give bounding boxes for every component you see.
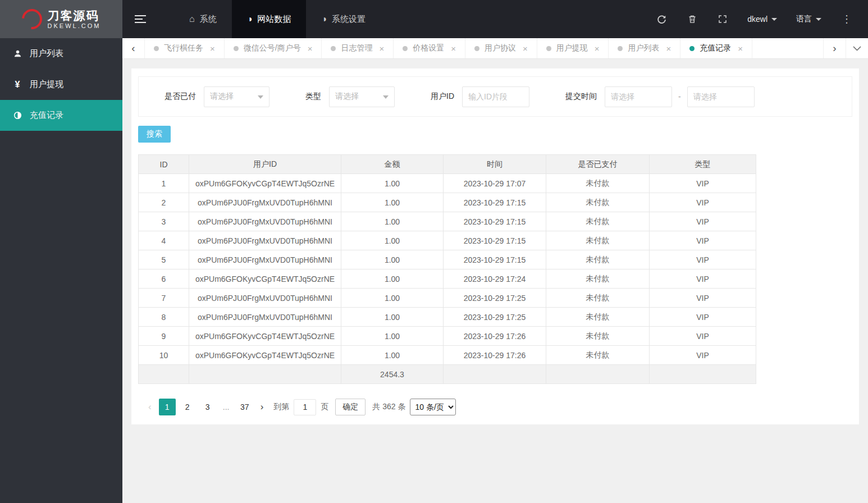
table-cell: 2023-10-29 17:24 <box>444 269 546 289</box>
chevron-down-icon <box>258 95 263 99</box>
language-menu[interactable]: 语言 <box>787 14 831 24</box>
sidebar-item-user-withdraw[interactable]: ¥ 用户提现 <box>0 69 122 100</box>
tab-close-icon[interactable]: × <box>523 44 528 53</box>
table-cell: 2023-10-29 17:15 <box>444 250 546 269</box>
tab-close-icon[interactable]: × <box>595 44 600 53</box>
menu-collapse-icon[interactable] <box>122 0 158 38</box>
tab-label: 用户列表 <box>628 43 659 53</box>
nav-item-site-data[interactable]: ◑ 网站数据 <box>232 0 307 38</box>
pagination-ellipsis: ... <box>220 399 233 415</box>
table-cell: 未付款 <box>546 212 650 231</box>
filter-type-select[interactable]: 请选择 <box>329 86 395 107</box>
tab-close-icon[interactable]: × <box>666 44 671 53</box>
table-cell: 未付款 <box>546 308 650 327</box>
page-button[interactable]: 2 <box>179 399 196 415</box>
tab-3[interactable]: 日志管理× <box>322 38 394 58</box>
home-icon: ⌂ <box>189 15 195 24</box>
tabs-menu-button[interactable] <box>846 38 868 58</box>
data-icon: ◑ <box>247 15 253 24</box>
table-cell: 9 <box>139 327 189 346</box>
table-cell: 未付款 <box>546 269 650 289</box>
page-unit-label: 页 <box>321 402 328 412</box>
logo[interactable]: 刀客源码 DKEWL.COM <box>0 0 122 38</box>
table-row: 6oxPUm6GFOKyvCGpT4EWTJq5OzrNE1.002023-10… <box>139 269 756 289</box>
table-cell: 未付款 <box>546 327 650 346</box>
nav-item-system-settings[interactable]: ◑ 系统设置 <box>306 0 381 38</box>
tabs-scroll-left-button[interactable]: ‹ <box>122 38 145 58</box>
table-cell: 5 <box>139 250 189 269</box>
tab-5[interactable]: 用户协议× <box>465 38 537 58</box>
sidebar-item-recharge-records[interactable]: 充值记录 <box>0 100 122 131</box>
table-cell: 2023-10-29 17:25 <box>444 289 546 308</box>
time-start-input[interactable] <box>605 86 672 107</box>
search-button[interactable]: 搜索 <box>138 126 171 143</box>
confirm-page-button[interactable]: 确定 <box>335 399 366 415</box>
next-page-button[interactable]: › <box>255 401 269 413</box>
table-cell: 1.00 <box>341 308 444 327</box>
settings-icon: ◑ <box>321 15 327 24</box>
table-cell: 2023-10-29 17:15 <box>444 193 546 212</box>
table-cell: VIP <box>650 193 756 212</box>
tab-close-icon[interactable]: × <box>379 44 384 53</box>
tab-1[interactable]: 飞行棋任务× <box>145 38 225 58</box>
tab-4[interactable]: 价格设置× <box>394 38 465 58</box>
tab-label: 飞行棋任务 <box>164 43 203 53</box>
tab-2[interactable]: 微信公号/商户号× <box>225 38 322 58</box>
filter-paid-select[interactable]: 请选择 <box>204 86 269 107</box>
table-cell: 未付款 <box>546 193 650 212</box>
language-label: 语言 <box>796 14 812 24</box>
page-button[interactable]: 3 <box>199 399 216 415</box>
nav-item-system[interactable]: ⌂ 系统 <box>174 0 232 38</box>
tab-close-icon[interactable]: × <box>738 44 743 53</box>
page-button[interactable]: 1 <box>159 399 176 415</box>
table-cell: 1.00 <box>341 269 444 289</box>
table-cell: 1.00 <box>341 327 444 346</box>
table-cell: oxPUm6PJU0FrgMxUVD0TupH6hMNI <box>189 250 341 269</box>
tab-8[interactable]: 充值记录× <box>680 38 752 58</box>
table-row: 7oxPUm6PJU0FrgMxUVD0TupH6hMNI1.002023-10… <box>139 289 756 308</box>
filter-userid-group: 用户ID <box>431 86 529 107</box>
fullscreen-icon[interactable] <box>707 15 738 24</box>
top-nav: ⌂ 系统 ◑ 网站数据 ◑ 系统设置 <box>174 0 381 38</box>
table-cell: 未付款 <box>546 174 650 193</box>
more-icon[interactable]: ⋮ <box>831 13 862 25</box>
goto-page-input[interactable] <box>294 399 316 415</box>
page-button[interactable]: 37 <box>236 399 253 415</box>
col-header-paid: 是否已支付 <box>546 155 650 174</box>
refresh-icon[interactable] <box>646 15 677 24</box>
table-row: 1oxPUm6GFOKyvCGpT4EWTJq5OzrNE1.002023-10… <box>139 174 756 193</box>
user-menu[interactable]: dkewl <box>738 15 787 24</box>
table-cell: 6 <box>139 269 189 289</box>
table-cell: oxPUm6PJU0FrgMxUVD0TupH6hMNI <box>189 308 341 327</box>
tab-7[interactable]: 用户列表× <box>609 38 680 58</box>
trash-icon[interactable] <box>677 15 707 24</box>
table-cell: 1.00 <box>341 289 444 308</box>
table-cell: VIP <box>650 346 756 365</box>
filter-time-label: 提交时间 <box>565 92 597 102</box>
pagination-pages: 123...37 <box>157 399 255 415</box>
table-cell: VIP <box>650 212 756 231</box>
caret-down-icon <box>816 18 821 21</box>
table-cell: 1 <box>139 174 189 193</box>
tabs-scroll-right-button[interactable]: › <box>823 38 846 58</box>
table-cell: 1.00 <box>341 346 444 365</box>
table-cell: 未付款 <box>546 346 650 365</box>
table-cell: 4 <box>139 231 189 250</box>
sidebar-item-user-list[interactable]: 用户列表 <box>0 38 122 69</box>
table-row: 8oxPUm6PJU0FrgMxUVD0TupH6hMNI1.002023-10… <box>139 308 756 327</box>
prev-page-button[interactable]: ‹ <box>143 401 157 413</box>
userid-input[interactable] <box>462 86 529 107</box>
time-end-input[interactable] <box>687 86 755 107</box>
tab-6[interactable]: 用户提现× <box>537 38 609 58</box>
table-cell: oxPUm6GFOKyvCGpT4EWTJq5OzrNE <box>189 327 341 346</box>
tab-dot-icon <box>403 46 408 51</box>
chevron-down-icon <box>383 95 389 99</box>
logo-title: 刀客源码 <box>48 9 101 22</box>
tab-dot-icon <box>154 46 159 51</box>
tab-close-icon[interactable]: × <box>451 44 456 53</box>
table-total-row: 2454.3 <box>139 365 756 384</box>
table-cell: 1.00 <box>341 174 444 193</box>
tab-close-icon[interactable]: × <box>308 44 313 53</box>
tab-close-icon[interactable]: × <box>210 44 215 53</box>
per-page-select[interactable]: 10 条/页 <box>410 399 456 415</box>
